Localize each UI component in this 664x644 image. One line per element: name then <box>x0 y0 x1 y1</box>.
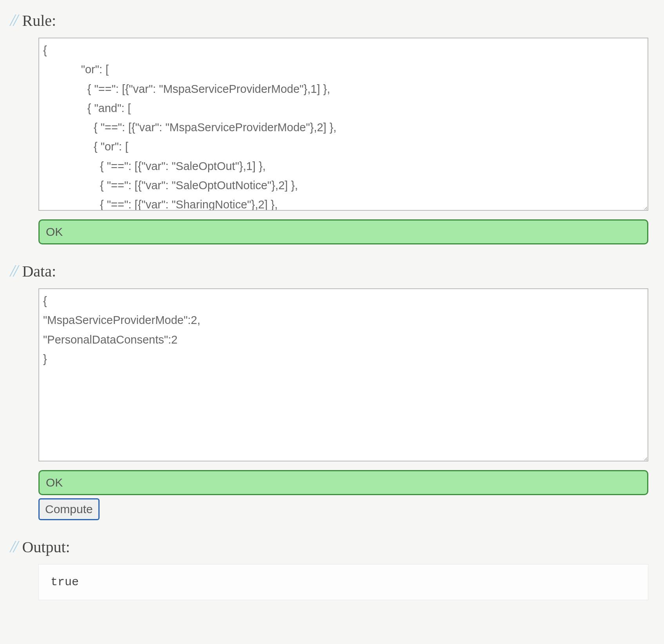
output-title: Output: <box>22 539 70 555</box>
data-textarea[interactable] <box>38 288 648 461</box>
output-header: // Output: <box>8 538 656 555</box>
output-value: true <box>38 564 648 600</box>
rule-status-bar: OK <box>38 219 648 244</box>
data-status-bar: OK <box>38 470 648 495</box>
data-body: OK Compute <box>38 288 648 520</box>
data-header: // Data: <box>8 262 656 280</box>
output-body: true <box>38 564 648 600</box>
rule-header: // Rule: <box>8 12 656 29</box>
rule-body: OK <box>38 38 648 244</box>
page-root: // Rule: OK // Data: OK Compute // Outpu… <box>0 0 664 616</box>
rule-textarea[interactable] <box>38 38 648 211</box>
rule-title: Rule: <box>22 13 56 29</box>
output-section: // Output: true <box>8 538 656 600</box>
data-section: // Data: OK Compute <box>8 262 656 520</box>
compute-button[interactable]: Compute <box>38 498 100 520</box>
comment-slashes-icon: // <box>10 12 16 29</box>
comment-slashes-icon: // <box>10 262 16 280</box>
rule-section: // Rule: OK <box>8 12 656 244</box>
data-title: Data: <box>22 264 56 279</box>
comment-slashes-icon: // <box>10 538 16 555</box>
